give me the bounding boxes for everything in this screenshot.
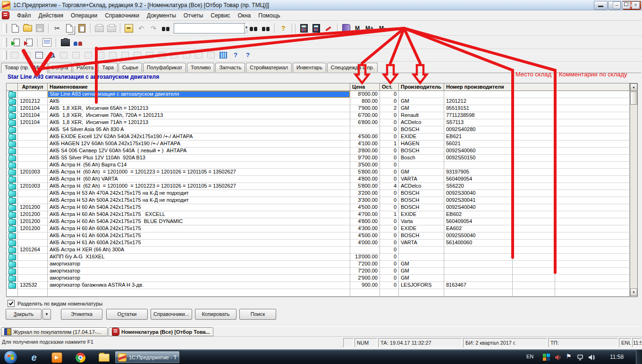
taskbar-app-button[interactable]: 1С:Предприятие - Т... <box>115 351 180 364</box>
tab-stroymaterial[interactable]: Стройматериал <box>246 63 292 72</box>
table-row[interactable]: АКБ EXIDE Excell 12V 62Ah 540A 242x175x1… <box>7 133 637 141</box>
copy-icon[interactable] <box>64 23 75 34</box>
memory-button[interactable]: M <box>353 24 362 33</box>
table-row[interactable]: АКБ Астра H 61 Ah 600A 242x175x1754'000.… <box>7 240 637 247</box>
menu-item-operations[interactable]: Операции <box>67 11 101 20</box>
cash-register-icon[interactable] <box>59 37 71 48</box>
table-row[interactable]: 1201104АКБ 1,8 XER, Инсигния 70Ah, 720A … <box>7 112 637 119</box>
column-header-1[interactable]: Артикул <box>18 83 48 91</box>
table-row[interactable]: 1201200АКБ Астра H 60 Ah 540A 242x175x17… <box>7 211 637 218</box>
table-row[interactable]: 132532амортизатор багажника ASTRA H 3-дв… <box>7 282 637 289</box>
scrollbar-thumb[interactable] <box>630 91 637 105</box>
close-button[interactable]: Закрыть <box>6 309 42 320</box>
copy-button[interactable]: Копировать <box>195 309 237 320</box>
users-icon[interactable] <box>72 37 84 48</box>
stock-button[interactable]: Остатки <box>106 309 148 320</box>
table-row[interactable]: 1201200АКБ Астра H 60 Ah 540A 242x175x17… <box>7 204 637 211</box>
table-row[interactable]: 1201200АКБ Астра H 60 Ah 600A 242x175x17… <box>7 225 637 232</box>
toolbar-grip[interactable] <box>3 24 7 33</box>
search-button[interactable]: Поиск <box>239 309 276 320</box>
tray-language-indicator[interactable]: EN <box>526 354 533 359</box>
table-row[interactable]: 1201200АКБ Астра H 60 Ah 540A 242x175x17… <box>7 218 637 225</box>
muted-volume-icon[interactable] <box>555 354 562 361</box>
table-row[interactable]: амортизатор2'900.000GM <box>7 275 637 282</box>
table-row[interactable]: АКБ Астра H (56 Ah) Варта C143'500.000 <box>7 162 637 169</box>
table-edit-icon[interactable] <box>35 52 43 58</box>
menu-item-help[interactable]: Помощь <box>254 11 284 20</box>
menu-item-references[interactable]: Справочники <box>101 11 143 20</box>
column-header-3[interactable]: Цена <box>350 83 380 91</box>
column-header-5[interactable]: Производитель <box>399 83 444 91</box>
document-template-icon[interactable] <box>41 37 52 48</box>
table-row[interactable]: АКБ HAGEN 12V 60Ah 500A 242x175x190 /+-/… <box>7 141 637 148</box>
menu-item-reports[interactable]: Отчеты <box>180 11 207 20</box>
memory-plus-button[interactable]: M+ <box>363 24 376 33</box>
menu-item-windows[interactable]: Окна <box>234 11 254 20</box>
explorer-icon[interactable] <box>98 352 110 363</box>
find-goods-icon[interactable] <box>48 52 55 58</box>
search-input[interactable] <box>174 24 244 33</box>
antivirus-tray-icon[interactable] <box>543 354 550 361</box>
tab-specodezhda[interactable]: Спецодежда и пр. <box>327 63 378 72</box>
table-row[interactable]: АКБ Астра H 53 Ah 470A 242x175x175 на К-… <box>7 190 637 197</box>
tray-clock[interactable]: 11:58 <box>610 354 624 360</box>
marker-icon[interactable] <box>323 23 334 34</box>
memory-minus-button[interactable]: M- <box>377 24 388 33</box>
toolbar-grip[interactable] <box>3 50 7 60</box>
label-button[interactable]: Этикетка <box>61 309 102 320</box>
mdi-minimize-button[interactable]: – <box>613 1 621 9</box>
network-icon[interactable] <box>577 354 584 361</box>
media-player-icon[interactable]: ▶ <box>51 352 62 363</box>
export-document-icon[interactable] <box>23 37 34 48</box>
show-desktop-button[interactable] <box>636 350 642 364</box>
search-combobox[interactable]: ▼ <box>174 23 245 33</box>
scroll-up-icon[interactable]: ▲ <box>630 83 637 91</box>
table-row[interactable]: АКБ S5 Silver Plus 12V 110Ah 920A B139'7… <box>7 155 637 162</box>
paste-icon[interactable] <box>76 23 87 34</box>
tab-inventar[interactable]: Инвентарь <box>293 63 326 72</box>
cut-icon[interactable]: ✂ <box>51 23 63 34</box>
action-center-flag-icon[interactable]: ⚑ <box>566 353 572 360</box>
help-icon[interactable]: ? <box>278 23 289 34</box>
context-help-icon[interactable]: ? <box>244 52 252 58</box>
table-row[interactable]: амортизатор7'200.000GM <box>7 261 637 268</box>
find-next-icon[interactable] <box>248 23 259 34</box>
table-row[interactable]: 1201212АКБ800.000GM1201212 <box>7 98 637 105</box>
find-previous-icon[interactable] <box>260 23 271 34</box>
internet-explorer-icon[interactable]: e <box>28 352 40 363</box>
table-row[interactable]: Star Line A93 сигнализация с автозапуско… <box>7 91 637 98</box>
tab-zapchast[interactable]: Запчасть <box>215 63 245 72</box>
tab-usluga[interactable]: Услуга <box>49 63 72 72</box>
tab-polufabrikat[interactable]: Полуфабрикат <box>143 63 186 72</box>
tab-rabota[interactable]: Работа <box>73 63 97 72</box>
table-row[interactable]: АКПП б/у A-G X16XEL13'000.000 <box>7 254 637 261</box>
column-header-4[interactable]: Ост. <box>380 83 399 91</box>
minimize-button[interactable] <box>594 1 608 10</box>
table-row[interactable]: АКБ Астра H 53 Ah 500A 242x175x175 на К-… <box>7 197 637 204</box>
table-row[interactable]: 1201003АКБ Астра H (60 Ah) = 1201000 = 1… <box>7 169 637 176</box>
tab-tara[interactable]: Тара <box>98 63 118 72</box>
table-blue-icon[interactable] <box>220 52 227 58</box>
mdi-tab-journal[interactable]: Журнал по покупателям (17.04.17-... <box>1 327 108 336</box>
menu-item-file[interactable]: Файл <box>13 11 35 20</box>
toolbar-grip[interactable] <box>3 38 7 47</box>
menu-item-actions[interactable]: Действия <box>35 11 68 20</box>
menu-item-service[interactable]: Сервис <box>207 11 234 20</box>
chrome-icon[interactable] <box>75 352 86 363</box>
tab-tovar[interactable]: Товар (пр. ТМЦ) <box>1 63 48 73</box>
table-row[interactable]: АКБ Астра H 61 Ah 600A 242x175x1754'500.… <box>7 232 637 240</box>
new-document-icon[interactable] <box>9 23 21 34</box>
calculator-icon[interactable] <box>298 23 310 34</box>
table-row[interactable]: АКБ S4 Silver Asia 95 Ah 830 A0BOSCH0092… <box>7 126 637 133</box>
split-by-kind-checkbox[interactable] <box>8 300 15 307</box>
start-button[interactable] <box>4 350 17 364</box>
table-row[interactable]: амортизатор7'200.000GM <box>7 268 637 275</box>
import-document-icon[interactable] <box>10 37 21 48</box>
permissions-icon[interactable] <box>123 23 135 34</box>
table-row[interactable]: АКБ S4 006 Силвер 12V 60Ah 540A ( левый … <box>7 148 637 155</box>
mdi-tab-nomenclature[interactable]: Номенклатура (Все) [Отбор Това... <box>109 327 213 336</box>
mdi-close-button[interactable]: × <box>632 1 640 9</box>
open-icon[interactable] <box>22 23 33 34</box>
formula-calculator-icon[interactable] <box>311 23 322 34</box>
tab-toplivo[interactable]: Топливо <box>187 63 214 72</box>
